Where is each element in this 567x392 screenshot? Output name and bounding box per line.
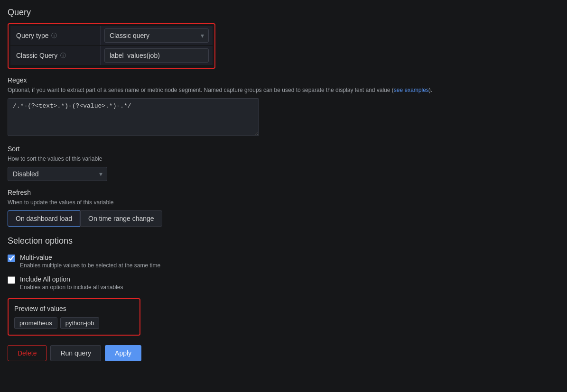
preview-tag-prometheus: prometheus [14, 317, 57, 329]
preview-title: Preview of values [14, 305, 134, 312]
query-type-label: Query type [16, 32, 48, 39]
regex-description: Optional, if you want to extract part of… [8, 86, 559, 94]
multi-value-checkbox[interactable] [8, 255, 15, 262]
selection-options-title: Selection options [8, 236, 559, 246]
classic-query-row: Classic Query ⓘ [10, 46, 213, 65]
refresh-dashboard-load-btn[interactable]: On dashboard load [8, 210, 80, 227]
refresh-title: Refresh [8, 189, 559, 196]
regex-section: Regex Optional, if you want to extract p… [8, 76, 559, 137]
classic-query-value-cell [101, 46, 213, 64]
multi-value-desc: Enables multiple values to be selected a… [20, 262, 160, 269]
delete-button[interactable]: Delete [8, 345, 46, 361]
include-all-label-group: Include All option Enables an option to … [20, 275, 123, 291]
include-all-row: Include All option Enables an option to … [8, 275, 559, 291]
action-buttons: Delete Run query Apply [8, 345, 559, 361]
include-all-label: Include All option [20, 275, 123, 283]
sort-section: Sort How to sort the values of this vari… [8, 145, 559, 181]
multi-value-row: Multi-value Enables multiple values to b… [8, 254, 559, 269]
refresh-buttons: On dashboard load On time range change [8, 210, 559, 227]
query-type-info-icon[interactable]: ⓘ [51, 32, 57, 40]
preview-section: Preview of values prometheus python-job [8, 298, 140, 336]
sort-title: Sort [8, 145, 559, 153]
classic-query-info-icon[interactable]: ⓘ [60, 52, 66, 60]
run-query-button[interactable]: Run query [50, 345, 101, 361]
query-outlined-box: Query type ⓘ Classic query Label names L… [8, 23, 215, 69]
classic-query-label: Classic Query [16, 52, 57, 59]
regex-see-examples-link[interactable]: see examples [394, 87, 429, 93]
regex-desc-text: Optional, if you want to extract part of… [8, 87, 394, 93]
refresh-description: When to update the values of this variab… [8, 198, 559, 207]
apply-button[interactable]: Apply [105, 345, 141, 361]
sort-select-wrapper: Disabled Alphabetical (asc) Alphabetical… [8, 167, 107, 181]
sort-select[interactable]: Disabled Alphabetical (asc) Alphabetical… [8, 167, 107, 181]
query-type-select-wrapper: Classic query Label names Label values Q… [104, 28, 209, 43]
query-type-label-cell: Query type ⓘ [10, 26, 101, 45]
multi-value-label-group: Multi-value Enables multiple values to b… [20, 254, 160, 269]
sort-description: How to sort the values of this variable [8, 155, 559, 163]
multi-value-label: Multi-value [20, 254, 160, 261]
preview-tag-python-job: python-job [60, 317, 100, 329]
classic-query-label-cell: Classic Query ⓘ [10, 46, 101, 65]
refresh-section: Refresh When to update the values of thi… [8, 189, 559, 227]
query-type-value-cell: Classic query Label names Label values Q… [101, 27, 213, 45]
query-type-row: Query type ⓘ Classic query Label names L… [10, 26, 213, 45]
regex-desc-end: ). [429, 87, 432, 93]
page-title: Query [8, 8, 559, 18]
selection-options-section: Selection options Multi-value Enables mu… [8, 236, 559, 291]
regex-title: Regex [8, 76, 559, 84]
regex-textarea[interactable]: /.*-(?<text>.*)-(?<value>.*)-.*/ [8, 98, 259, 136]
preview-tags: prometheus python-job [14, 317, 134, 329]
include-all-desc: Enables an option to include all variabl… [20, 284, 123, 291]
classic-query-input[interactable] [104, 48, 209, 63]
refresh-time-range-btn[interactable]: On time range change [80, 210, 162, 227]
query-type-select[interactable]: Classic query Label names Label values Q… [104, 28, 209, 43]
include-all-checkbox[interactable] [8, 276, 15, 284]
